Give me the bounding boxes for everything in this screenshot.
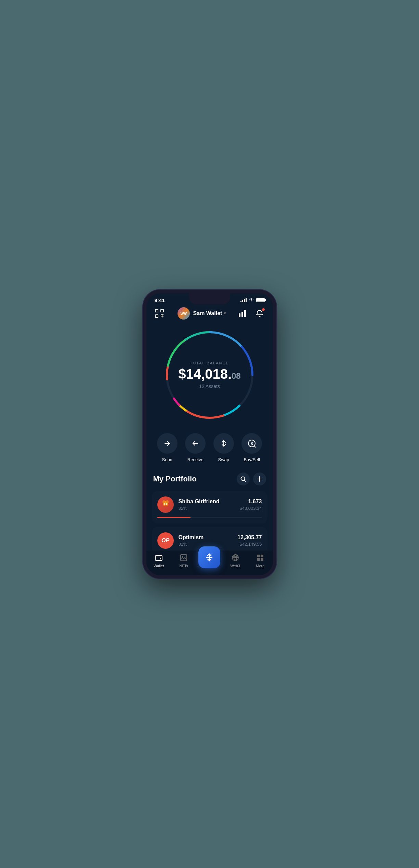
notifications-button[interactable] <box>253 307 266 320</box>
buysell-icon: $ <box>241 433 262 454</box>
portfolio-section: My Portfolio <box>146 472 273 550</box>
asset-usd-shiba: $43,003.34 <box>239 506 262 511</box>
asset-usd-op: $42,149.56 <box>237 542 262 547</box>
svg-rect-48 <box>257 555 260 557</box>
progress-fill-shiba <box>157 517 191 518</box>
web3-nav-icon <box>231 553 240 562</box>
svg-rect-7 <box>241 312 243 317</box>
nav-more[interactable]: More <box>250 553 271 568</box>
svg-point-36 <box>165 505 167 506</box>
optimism-icon: OP <box>157 532 174 549</box>
bottom-navigation: Wallet NFTs <box>146 550 273 575</box>
search-icon <box>240 476 246 482</box>
send-icon <box>157 433 178 454</box>
header-actions <box>236 307 266 320</box>
bar-chart-icon <box>239 310 246 317</box>
asset-values-shiba: 1.673 $43,003.34 <box>239 498 262 511</box>
svg-rect-49 <box>261 555 263 557</box>
svg-rect-0 <box>155 309 158 312</box>
portfolio-header: My Portfolio <box>152 472 267 485</box>
action-buttons: Send Receive <box>146 430 273 472</box>
nfts-nav-icon <box>179 553 188 562</box>
receive-button[interactable]: Receive <box>185 433 206 462</box>
web3-nav-label: Web3 <box>230 564 240 568</box>
add-asset-button[interactable] <box>253 472 266 485</box>
svg-text:$: $ <box>251 441 253 446</box>
app-header: SW Sam Wallet ▾ <box>146 305 273 324</box>
battery-icon <box>256 298 265 302</box>
svg-line-25 <box>244 480 246 481</box>
asset-info-shiba: Shiba Girlfriend 32% <box>179 498 235 511</box>
nav-center-swap[interactable] <box>198 553 220 568</box>
swap-icon <box>213 433 234 454</box>
wifi-icon <box>249 298 254 302</box>
balance-label: TOTAL BALANCE <box>178 361 240 365</box>
signal-icon <box>240 298 247 302</box>
chart-button[interactable] <box>236 307 249 320</box>
nfts-nav-label: NFTs <box>179 564 188 568</box>
asset-name-op: Optimism <box>179 534 233 541</box>
wallet-nav-label: Wallet <box>154 564 164 568</box>
svg-point-40 <box>182 556 183 557</box>
nav-web3[interactable]: Web3 <box>225 553 246 568</box>
portfolio-title: My Portfolio <box>153 475 197 483</box>
notch <box>189 293 230 304</box>
balance-info: TOTAL BALANCE $14,018.08 12 Assets <box>178 361 240 389</box>
add-icon <box>257 476 263 482</box>
svg-rect-8 <box>244 310 246 317</box>
asset-card-shiba[interactable]: Shiba Girlfriend 32% 1.673 $43,003.34 <box>152 491 267 523</box>
asset-percent-op: 31% <box>179 542 233 547</box>
svg-rect-6 <box>239 313 240 317</box>
more-nav-icon <box>256 553 265 562</box>
nav-nfts[interactable]: NFTs <box>173 553 194 568</box>
svg-point-35 <box>166 504 167 504</box>
avatar: SW <box>178 307 190 320</box>
assets-count: 12 Assets <box>178 384 240 389</box>
asset-info-op: Optimism 31% <box>179 534 233 547</box>
balance-circle: TOTAL BALANCE $14,018.08 12 Assets <box>162 327 258 423</box>
asset-row: Shiba Girlfriend 32% 1.673 $43,003.34 <box>157 496 262 513</box>
svg-rect-38 <box>160 558 161 559</box>
nav-wallet[interactable]: Wallet <box>148 553 169 568</box>
portfolio-actions <box>237 472 266 485</box>
scan-icon <box>153 307 166 320</box>
asset-amount-shiba: 1.673 <box>239 498 262 505</box>
center-swap-button[interactable] <box>198 546 220 568</box>
progress-bar-shiba <box>157 517 262 518</box>
svg-rect-50 <box>257 558 260 561</box>
asset-percent-shiba: 32% <box>179 506 235 511</box>
buysell-button[interactable]: $ Buy/Sell <box>241 433 262 462</box>
send-button[interactable]: Send <box>157 433 178 462</box>
asset-values-op: 12,305.77 $42,149.56 <box>237 534 262 547</box>
wallet-nav-icon <box>154 553 163 562</box>
scan-button[interactable] <box>153 307 167 320</box>
balance-section: TOTAL BALANCE $14,018.08 12 Assets <box>146 324 273 430</box>
wallet-name: Sam Wallet ▾ <box>193 310 226 316</box>
receive-icon <box>185 433 206 454</box>
svg-rect-1 <box>161 309 163 312</box>
main-content: TOTAL BALANCE $14,018.08 12 Assets Send <box>146 324 273 550</box>
swap-button[interactable]: Swap <box>213 433 234 462</box>
asset-amount-op: 12,305.77 <box>237 534 262 541</box>
chevron-down-icon: ▾ <box>224 311 226 315</box>
asset-name-shiba: Shiba Girlfriend <box>179 498 235 505</box>
svg-rect-2 <box>155 315 158 318</box>
more-nav-label: More <box>256 564 264 568</box>
wallet-selector[interactable]: SW Sam Wallet ▾ <box>178 307 226 320</box>
search-button[interactable] <box>237 472 250 485</box>
svg-rect-51 <box>261 558 263 561</box>
status-icons <box>240 298 265 302</box>
status-time: 9:41 <box>155 297 165 303</box>
balance-amount: $14,018.08 <box>178 367 240 381</box>
center-swap-icon <box>205 553 214 562</box>
phone-frame: 9:41 <box>143 290 276 579</box>
svg-point-34 <box>164 504 165 504</box>
notification-badge <box>262 308 265 311</box>
svg-rect-37 <box>155 556 162 560</box>
shiba-icon <box>157 496 174 513</box>
